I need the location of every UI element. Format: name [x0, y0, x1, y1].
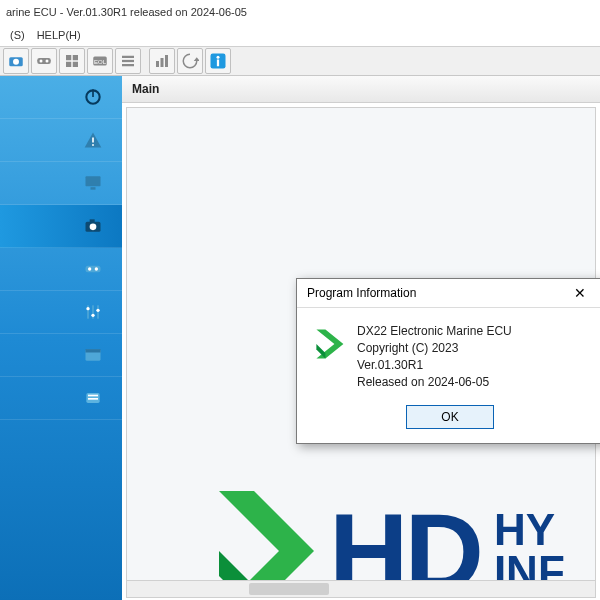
- sidebar-item-viewer[interactable]: er: [0, 205, 122, 248]
- dialog-copyright: Copyright (C) 2023: [357, 341, 512, 355]
- svg-rect-5: [66, 55, 71, 60]
- brand-sub-line1: HY: [494, 509, 565, 551]
- sidebar-item-monitoring[interactable]: ng: [0, 162, 122, 205]
- menu-help-label: HELP(H): [37, 29, 81, 41]
- tool-grid-button[interactable]: [59, 48, 85, 74]
- svg-point-1: [13, 59, 19, 65]
- toolbar: EOL: [0, 47, 600, 76]
- dialog-product: DX22 Electronic Marine ECU: [357, 324, 512, 338]
- svg-point-31: [95, 267, 98, 270]
- sidebar-item-controller[interactable]: [0, 248, 122, 291]
- camera-icon: [82, 215, 104, 237]
- svg-point-36: [91, 314, 94, 317]
- svg-rect-2: [37, 58, 51, 64]
- svg-rect-39: [86, 349, 101, 352]
- sidebar-item-power[interactable]: [0, 76, 122, 119]
- svg-rect-19: [217, 60, 219, 67]
- dialog-app-icon: [311, 326, 347, 362]
- svg-rect-13: [122, 64, 134, 66]
- svg-point-35: [86, 307, 89, 310]
- svg-rect-42: [88, 398, 98, 400]
- svg-point-4: [46, 60, 49, 63]
- svg-rect-6: [73, 55, 78, 60]
- dialog-ok-label: OK: [441, 410, 458, 424]
- main-panel: Main HD HY INF Program Inform: [122, 76, 600, 600]
- svg-point-27: [90, 224, 97, 231]
- svg-rect-21: [92, 90, 94, 98]
- svg-rect-23: [92, 144, 94, 146]
- monitor-icon: [82, 172, 104, 194]
- menu-settings-label: (S): [10, 29, 25, 41]
- svg-point-3: [40, 60, 43, 63]
- dialog-version: Ver.01.30R1: [357, 358, 512, 372]
- svg-rect-14: [156, 61, 159, 67]
- tool-list-button[interactable]: [115, 48, 141, 74]
- dialog-ok-button[interactable]: OK: [406, 405, 494, 429]
- tool-controller-button[interactable]: [31, 48, 57, 74]
- sidebar-item-management[interactable]: ent: [0, 334, 122, 377]
- window-title: arine ECU - Ver.01.30R1 released on 2024…: [6, 6, 247, 18]
- menu-help[interactable]: HELP(H): [31, 24, 87, 46]
- power-icon: [82, 86, 104, 108]
- dialog-released: Released on 2024-06-05: [357, 375, 512, 389]
- sidebar-item-setting[interactable]: g: [0, 377, 122, 420]
- svg-point-18: [217, 56, 220, 59]
- dialog-close-button[interactable]: ✕: [563, 282, 597, 304]
- tile-icon: [82, 387, 104, 409]
- sidebar-item-warning[interactable]: [0, 119, 122, 162]
- program-info-dialog: Program Information ✕ DX22 Electronic Ma…: [296, 278, 600, 444]
- warning-icon: [82, 129, 104, 151]
- svg-rect-29: [86, 266, 101, 273]
- svg-rect-11: [122, 56, 134, 58]
- svg-rect-24: [86, 176, 101, 186]
- dialog-text: DX22 Electronic Marine ECU Copyright (C)…: [357, 324, 512, 389]
- svg-point-30: [88, 267, 91, 270]
- svg-rect-22: [92, 138, 94, 143]
- main-panel-title: Main: [132, 82, 159, 96]
- svg-rect-7: [66, 62, 71, 67]
- tool-info-button[interactable]: [205, 48, 231, 74]
- sidebar: ng er Test ent g: [0, 76, 122, 600]
- panel-icon: [82, 344, 104, 366]
- window-titlebar: arine ECU - Ver.01.30R1 released on 2024…: [0, 0, 600, 24]
- svg-rect-15: [161, 58, 164, 67]
- dialog-title: Program Information: [307, 286, 416, 300]
- menubar: (S) HELP(H): [0, 24, 600, 47]
- tool-chart-button[interactable]: [149, 48, 175, 74]
- main-panel-header: Main: [122, 76, 600, 103]
- sliders-icon: [82, 301, 104, 323]
- menu-settings[interactable]: (S): [4, 24, 31, 46]
- svg-rect-8: [73, 62, 78, 67]
- tool-camera-button[interactable]: [3, 48, 29, 74]
- svg-rect-41: [88, 395, 98, 397]
- scrollbar-thumb[interactable]: [249, 583, 329, 595]
- close-icon: ✕: [574, 285, 586, 301]
- tool-sync-button[interactable]: [177, 48, 203, 74]
- svg-rect-25: [91, 187, 96, 190]
- controller-icon: [82, 258, 104, 280]
- svg-point-37: [96, 309, 99, 312]
- svg-rect-12: [122, 60, 134, 62]
- svg-text:EOL: EOL: [94, 59, 107, 65]
- svg-rect-28: [90, 219, 95, 222]
- tool-eol-button[interactable]: EOL: [87, 48, 113, 74]
- horizontal-scrollbar[interactable]: [127, 580, 595, 597]
- svg-rect-16: [165, 55, 168, 67]
- sidebar-item-test[interactable]: Test: [0, 291, 122, 334]
- dialog-titlebar: Program Information ✕: [297, 279, 600, 308]
